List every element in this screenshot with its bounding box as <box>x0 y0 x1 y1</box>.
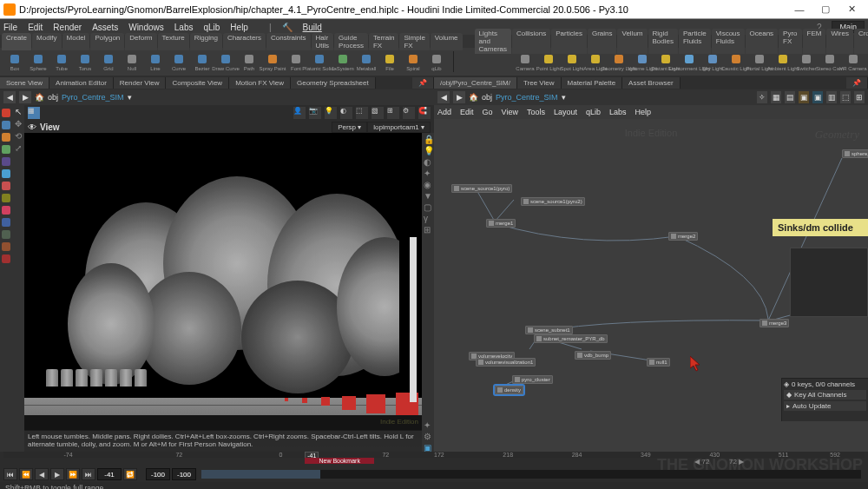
shelf-tool[interactable]: qLib <box>425 51 448 72</box>
maximize-button[interactable]: ▢ <box>812 3 838 15</box>
net-tool-icon[interactable]: ✧ <box>757 91 767 103</box>
net-menu-go[interactable]: Go <box>483 108 493 116</box>
net-menu-edit[interactable]: Edit <box>460 108 474 116</box>
vp-btn-icon[interactable]: ▦ <box>28 107 40 119</box>
next-key-button[interactable]: ⏩ <box>66 468 80 480</box>
shelf-tab[interactable]: Particles <box>551 29 587 54</box>
node[interactable]: volumevisualization1 <box>476 358 536 367</box>
play-back-button[interactable]: ◀ <box>35 468 49 480</box>
opts-icon[interactable]: ⚙ <box>424 432 432 440</box>
shelf-tab[interactable]: Deform <box>125 33 156 50</box>
shelf-tab[interactable]: FEM <box>803 29 826 54</box>
tab-scene-view[interactable]: Scene View <box>0 77 49 89</box>
range-slider[interactable] <box>201 470 861 479</box>
range-start-input[interactable] <box>146 468 170 480</box>
shelf-tab[interactable]: Collisions <box>512 29 550 54</box>
net-tool-icon[interactable]: ▤ <box>785 91 795 103</box>
node[interactable]: density <box>495 386 523 394</box>
bg-icon[interactable]: ▢ <box>424 202 432 211</box>
tab-asset-browser[interactable]: Asset Browser <box>622 77 681 89</box>
shelf-tool[interactable]: Line <box>144 51 167 72</box>
rotate-tool-icon[interactable]: ⟲ <box>14 131 23 141</box>
menu-assets[interactable]: Assets <box>92 23 118 32</box>
net-menu-layout[interactable]: Layout <box>554 108 577 116</box>
pane-pin-icon-r[interactable]: 📌 <box>846 77 868 89</box>
pane-pin-icon[interactable]: 📌 <box>412 77 434 89</box>
materials-icon[interactable]: ◐ <box>424 157 432 166</box>
shelf-tab[interactable]: Guide Process <box>334 33 368 50</box>
shelf-tool[interactable]: Camera <box>514 51 536 72</box>
range-end2-marker[interactable]: 72 ▶ <box>729 458 744 466</box>
tab-anim-editor[interactable]: Animation Editor <box>49 77 114 89</box>
shelf-tool[interactable]: Volume Light <box>631 51 654 72</box>
shadow-icon[interactable]: ▼ <box>424 191 432 200</box>
net-menu-view[interactable]: View <box>502 108 518 116</box>
net-menu-help[interactable]: Help <box>635 108 652 116</box>
node[interactable]: null1 <box>647 358 670 367</box>
path-ctx[interactable]: obj <box>48 93 58 102</box>
shelf-tool[interactable]: Environment Light <box>678 51 700 72</box>
shelf-tool[interactable]: VR Camera <box>842 51 865 72</box>
shelf-tool[interactable]: Box <box>3 51 26 72</box>
shelf-tool[interactable]: Spray Paint <box>261 51 284 72</box>
persp-combo[interactable]: Persp ▾ <box>332 122 367 133</box>
display-opts-icon[interactable]: ▣ <box>424 443 432 452</box>
tab-motionfx-view[interactable]: Motion FX View <box>229 77 291 89</box>
tab-render-view[interactable]: Render View <box>114 77 167 89</box>
shelf-tab[interactable]: Rigging <box>190 33 222 50</box>
net-tool-icon[interactable]: ⬚ <box>840 91 851 103</box>
tab-geo-spreadsheet[interactable]: Geometry Spreadsheet <box>291 77 376 89</box>
auto-update-combo[interactable]: ▸ Auto Update <box>784 401 866 411</box>
net-tool-icon[interactable]: ⊞ <box>854 91 865 103</box>
shelf-tool[interactable]: Curve <box>168 51 190 72</box>
menu-qlib[interactable]: qLib <box>203 23 220 32</box>
vp-wire-icon[interactable]: ⬚ <box>356 107 368 119</box>
prev-key-button[interactable]: ⏪ <box>19 468 33 480</box>
shelf-tool[interactable]: Stereo Cam <box>819 51 841 72</box>
shelf-tab[interactable]: Crowds <box>854 29 868 54</box>
shelf-tool[interactable]: Metaball <box>355 51 378 72</box>
shelf-tool[interactable]: Spot Light <box>561 51 583 72</box>
shelf-tool[interactable]: Platonic Solids <box>308 51 331 72</box>
lock-cam-icon[interactable]: 🔒 <box>424 135 432 143</box>
obj-type-navy-icon[interactable] <box>2 218 10 227</box>
hq-icon[interactable]: ✦ <box>424 169 432 177</box>
net-tool-icon[interactable]: ▣ <box>799 91 809 103</box>
light-toggle-icon[interactable]: 💡 <box>424 146 432 155</box>
obj-type-moss-icon[interactable] <box>2 230 10 239</box>
obj-type-red2-icon[interactable] <box>2 182 10 190</box>
build-desk-link[interactable]: Build <box>303 23 322 32</box>
shelf-tool[interactable]: Spiral <box>402 51 424 72</box>
node[interactable]: vdb_bump <box>575 351 611 360</box>
net-menu-qlib[interactable]: qLib <box>586 108 601 116</box>
shelf-tool[interactable]: Torus <box>74 51 96 72</box>
menu-help[interactable]: Help <box>230 23 248 32</box>
vp-person-icon[interactable]: 👤 <box>293 107 306 119</box>
node[interactable]: scene_source1(pyro2) <box>521 197 585 206</box>
global-start-input[interactable] <box>172 468 196 480</box>
orient-icon[interactable]: ✦ <box>424 420 432 429</box>
shelf-tab[interactable]: Rigid Bodies <box>648 29 678 54</box>
shelf-tool[interactable]: Point Light <box>537 51 560 72</box>
gamma-icon[interactable]: γ <box>424 214 432 222</box>
shelf-tab[interactable]: Lights and Cameras <box>475 29 511 54</box>
first-frame-button[interactable]: ⏮ <box>3 468 17 480</box>
menu-render[interactable]: Render <box>53 23 82 32</box>
path-node-r[interactable]: Pyro_Centre_SIM <box>496 93 558 102</box>
current-frame-input[interactable] <box>97 468 122 480</box>
shelf-tool[interactable]: Null <box>121 51 143 72</box>
shelf-tab[interactable]: Pyro FX <box>779 29 801 54</box>
range-end-marker[interactable]: ◀ 72 <box>694 458 709 466</box>
vp-cam-icon[interactable]: 📷 <box>309 107 321 119</box>
obj-type-red-icon[interactable] <box>2 109 10 117</box>
nav-back-icon[interactable]: ◀ <box>3 91 16 103</box>
shelf-tab[interactable]: Volume <box>431 33 463 50</box>
obj-type-crimson-icon[interactable] <box>2 254 10 263</box>
obj-type-magenta-icon[interactable] <box>2 206 10 215</box>
node[interactable]: scene_subnet1 <box>525 326 573 334</box>
obj-type-olive-icon[interactable] <box>2 194 10 202</box>
net-tool-icon[interactable]: ▣ <box>812 91 823 103</box>
vp-opt-icon[interactable]: ⚙ <box>403 107 415 119</box>
close-button[interactable]: ✕ <box>838 3 865 15</box>
vp-ghost-icon[interactable]: ▧ <box>372 107 384 119</box>
